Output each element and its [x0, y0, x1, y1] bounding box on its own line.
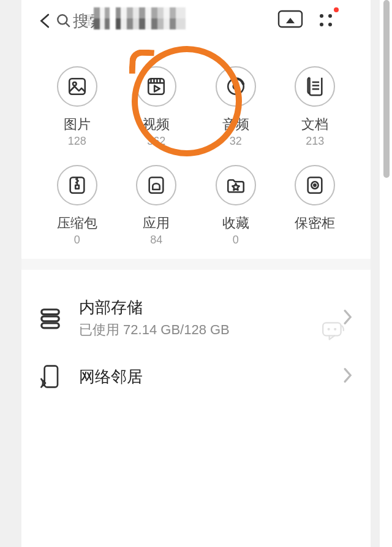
svg-point-23	[328, 328, 330, 331]
svg-rect-20	[45, 366, 58, 388]
category-count: 0	[233, 234, 239, 247]
category-grid: 图片 128 视频 362	[21, 42, 371, 259]
svg-rect-19	[42, 323, 59, 327]
category-archives[interactable]: 压缩包 0	[37, 165, 117, 247]
internal-storage-row[interactable]: 内部存储 已使用 72.14 GB/128 GB	[21, 285, 371, 351]
category-count: 32	[230, 135, 242, 148]
svg-rect-12	[75, 185, 79, 189]
svg-rect-22	[323, 323, 341, 335]
category-videos[interactable]: 视频 362	[117, 66, 197, 148]
category-count: 362	[147, 135, 165, 148]
svg-point-10	[233, 84, 239, 90]
safe-icon	[295, 165, 335, 205]
scrollbar-track[interactable]	[380, 0, 392, 547]
network-neighborhood-row[interactable]: 网络邻居	[21, 351, 371, 402]
redacted-title-area	[94, 7, 186, 29]
category-count: 128	[68, 135, 86, 148]
video-icon	[136, 66, 176, 107]
svg-point-3	[328, 14, 332, 18]
svg-rect-6	[69, 78, 85, 94]
favorites-icon	[216, 165, 256, 205]
more-menu-button[interactable]	[317, 11, 335, 32]
topbar: 搜索文件	[21, 0, 371, 42]
svg-point-5	[328, 23, 332, 26]
category-label: 图片	[64, 115, 91, 134]
category-count: 213	[306, 135, 324, 148]
screen-cast-button[interactable]	[277, 10, 303, 32]
image-icon	[57, 66, 97, 107]
category-docs[interactable]: 文档 213	[276, 66, 355, 148]
category-label: 应用	[143, 214, 170, 232]
notification-dot	[334, 7, 339, 12]
svg-rect-17	[42, 309, 59, 314]
back-button[interactable]	[35, 10, 57, 32]
svg-point-24	[334, 328, 336, 331]
cast-icon	[277, 10, 303, 29]
category-label: 收藏	[222, 214, 249, 232]
category-apps[interactable]: 应用 84	[117, 165, 197, 247]
category-count: 84	[150, 234, 162, 247]
storage-section: 内部存储 已使用 72.14 GB/128 GB 网络邻居	[21, 285, 371, 402]
archive-icon	[57, 165, 97, 205]
category-images[interactable]: 图片 128	[37, 66, 117, 148]
network-device-icon	[37, 364, 63, 389]
category-label: 文档	[301, 115, 328, 134]
back-arrow-icon	[37, 12, 55, 30]
category-safe[interactable]: 保密柜	[276, 165, 355, 247]
svg-point-21	[45, 382, 47, 384]
category-count: 0	[74, 234, 80, 247]
svg-point-0	[58, 15, 67, 24]
scrollbar-thumb[interactable]	[383, 0, 390, 178]
svg-point-4	[320, 23, 323, 26]
storage-title: 内部存储	[79, 297, 342, 318]
svg-point-16	[314, 184, 316, 186]
category-label: 音频	[222, 115, 249, 134]
chevron-right-icon	[342, 367, 352, 386]
category-label: 压缩包	[57, 214, 97, 232]
svg-point-7	[73, 82, 77, 86]
category-label: 保密柜	[295, 214, 335, 232]
storage-icon	[37, 305, 63, 331]
category-favorites[interactable]: 收藏 0	[196, 165, 276, 247]
network-title: 网络邻居	[79, 366, 342, 388]
category-audio[interactable]: 音频 32	[196, 66, 276, 148]
file-manager-app: 星期四 搜索文件	[21, 0, 371, 547]
audio-icon	[216, 66, 256, 107]
document-icon	[295, 66, 335, 107]
section-separator	[21, 259, 371, 270]
four-dots-icon	[317, 11, 335, 29]
search-icon	[56, 13, 72, 29]
floating-assistant-icon[interactable]	[320, 319, 346, 347]
svg-rect-18	[42, 316, 59, 321]
storage-subtitle: 已使用 72.14 GB/128 GB	[79, 321, 342, 339]
svg-rect-13	[149, 177, 164, 193]
svg-point-2	[320, 14, 323, 18]
category-label: 视频	[143, 115, 170, 134]
app-icon	[136, 165, 176, 205]
